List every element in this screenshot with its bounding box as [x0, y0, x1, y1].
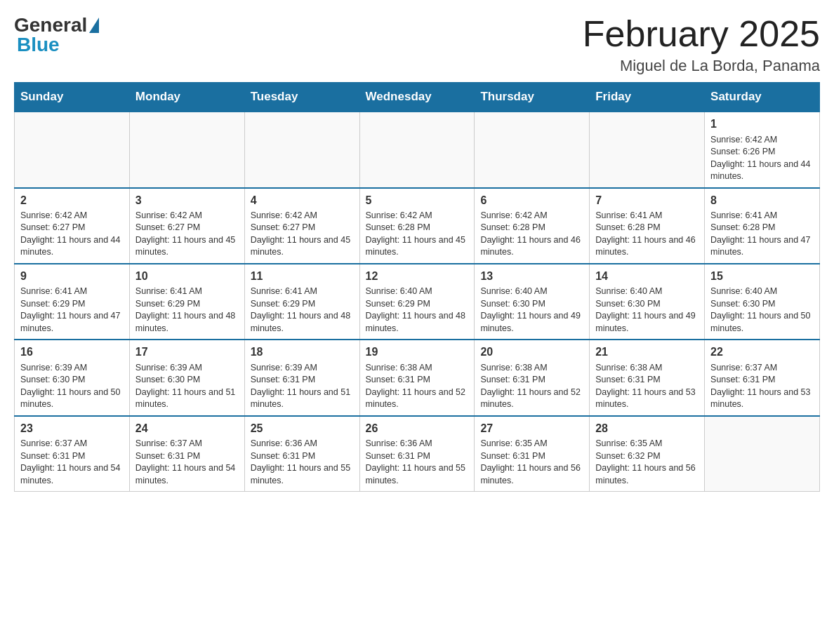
calendar-cell: 26Sunrise: 6:36 AMSunset: 6:31 PMDayligh…	[359, 416, 475, 492]
calendar-cell: 4Sunrise: 6:42 AMSunset: 6:27 PMDaylight…	[244, 188, 359, 264]
calendar-cell: 18Sunrise: 6:39 AMSunset: 6:31 PMDayligh…	[244, 340, 359, 415]
day-info: Sunrise: 6:39 AMSunset: 6:31 PMDaylight:…	[251, 362, 354, 411]
day-number: 21	[595, 344, 699, 360]
calendar-cell: 21Sunrise: 6:38 AMSunset: 6:31 PMDayligh…	[590, 340, 705, 415]
day-info: Sunrise: 6:41 AMSunset: 6:28 PMDaylight:…	[710, 210, 814, 259]
calendar-header-thursday: Thursday	[475, 83, 590, 112]
title-area: February 2025 Miguel de La Borda, Panama	[583, 14, 820, 75]
calendar-header-row: SundayMondayTuesdayWednesdayThursdayFrid…	[15, 83, 820, 112]
calendar-cell	[244, 112, 359, 187]
day-info: Sunrise: 6:39 AMSunset: 6:30 PMDaylight:…	[135, 362, 239, 411]
calendar-cell: 5Sunrise: 6:42 AMSunset: 6:28 PMDaylight…	[359, 188, 475, 264]
day-info: Sunrise: 6:36 AMSunset: 6:31 PMDaylight:…	[366, 438, 469, 487]
calendar-cell: 24Sunrise: 6:37 AMSunset: 6:31 PMDayligh…	[129, 416, 244, 492]
day-info: Sunrise: 6:42 AMSunset: 6:28 PMDaylight:…	[480, 210, 583, 259]
day-number: 24	[135, 421, 239, 436]
day-info: Sunrise: 6:42 AMSunset: 6:27 PMDaylight:…	[135, 210, 239, 259]
day-number: 14	[595, 269, 699, 284]
calendar-cell: 12Sunrise: 6:40 AMSunset: 6:29 PMDayligh…	[359, 264, 475, 340]
calendar-cell: 23Sunrise: 6:37 AMSunset: 6:31 PMDayligh…	[15, 416, 130, 492]
calendar-header-sunday: Sunday	[15, 83, 130, 112]
calendar-cell	[475, 112, 590, 187]
calendar-cell: 25Sunrise: 6:36 AMSunset: 6:31 PMDayligh…	[244, 416, 359, 492]
day-number: 1	[710, 116, 814, 132]
day-number: 26	[366, 421, 469, 436]
day-number: 28	[595, 421, 699, 436]
day-info: Sunrise: 6:37 AMSunset: 6:31 PMDaylight:…	[710, 362, 814, 411]
day-info: Sunrise: 6:40 AMSunset: 6:30 PMDaylight:…	[480, 286, 583, 335]
calendar-cell: 7Sunrise: 6:41 AMSunset: 6:28 PMDaylight…	[590, 188, 705, 264]
logo-blue: Blue	[17, 34, 60, 56]
day-number: 2	[20, 193, 124, 208]
calendar-cell	[705, 416, 820, 492]
month-title: February 2025	[583, 14, 820, 54]
day-info: Sunrise: 6:36 AMSunset: 6:31 PMDaylight:…	[251, 438, 354, 487]
day-info: Sunrise: 6:37 AMSunset: 6:31 PMDaylight:…	[135, 438, 239, 487]
calendar-cell: 3Sunrise: 6:42 AMSunset: 6:27 PMDaylight…	[129, 188, 244, 264]
day-info: Sunrise: 6:39 AMSunset: 6:30 PMDaylight:…	[20, 362, 124, 411]
calendar-cell: 14Sunrise: 6:40 AMSunset: 6:30 PMDayligh…	[590, 264, 705, 340]
day-number: 20	[480, 344, 583, 360]
calendar-header-saturday: Saturday	[705, 83, 820, 112]
day-info: Sunrise: 6:40 AMSunset: 6:30 PMDaylight:…	[710, 286, 814, 335]
day-info: Sunrise: 6:35 AMSunset: 6:32 PMDaylight:…	[595, 438, 699, 487]
calendar-cell: 19Sunrise: 6:38 AMSunset: 6:31 PMDayligh…	[359, 340, 475, 415]
calendar-cell: 16Sunrise: 6:39 AMSunset: 6:30 PMDayligh…	[15, 340, 130, 415]
calendar-cell: 9Sunrise: 6:41 AMSunset: 6:29 PMDaylight…	[15, 264, 130, 340]
day-number: 25	[251, 421, 354, 436]
calendar-cell: 11Sunrise: 6:41 AMSunset: 6:29 PMDayligh…	[244, 264, 359, 340]
day-number: 4	[251, 193, 354, 208]
day-number: 12	[366, 269, 469, 284]
day-number: 7	[595, 193, 699, 208]
day-number: 18	[251, 344, 354, 360]
day-number: 17	[135, 344, 239, 360]
calendar-cell: 13Sunrise: 6:40 AMSunset: 6:30 PMDayligh…	[475, 264, 590, 340]
day-number: 6	[480, 193, 583, 208]
calendar-cell: 10Sunrise: 6:41 AMSunset: 6:29 PMDayligh…	[129, 264, 244, 340]
day-number: 11	[251, 269, 354, 284]
calendar-table: SundayMondayTuesdayWednesdayThursdayFrid…	[14, 82, 820, 492]
day-number: 10	[135, 269, 239, 284]
day-number: 9	[20, 269, 124, 284]
day-info: Sunrise: 6:37 AMSunset: 6:31 PMDaylight:…	[20, 438, 124, 487]
day-info: Sunrise: 6:42 AMSunset: 6:27 PMDaylight:…	[251, 210, 354, 259]
calendar-cell: 22Sunrise: 6:37 AMSunset: 6:31 PMDayligh…	[705, 340, 820, 415]
day-info: Sunrise: 6:40 AMSunset: 6:29 PMDaylight:…	[366, 286, 469, 335]
calendar-week-row: 9Sunrise: 6:41 AMSunset: 6:29 PMDaylight…	[15, 264, 820, 340]
calendar-header-monday: Monday	[129, 83, 244, 112]
day-info: Sunrise: 6:38 AMSunset: 6:31 PMDaylight:…	[480, 362, 583, 411]
day-number: 8	[710, 193, 814, 208]
calendar-header-wednesday: Wednesday	[359, 83, 475, 112]
calendar-cell: 2Sunrise: 6:42 AMSunset: 6:27 PMDaylight…	[15, 188, 130, 264]
calendar-week-row: 23Sunrise: 6:37 AMSunset: 6:31 PMDayligh…	[15, 416, 820, 492]
location-title: Miguel de La Borda, Panama	[583, 57, 820, 75]
day-info: Sunrise: 6:40 AMSunset: 6:30 PMDaylight:…	[595, 286, 699, 335]
day-number: 23	[20, 421, 124, 436]
calendar-week-row: 1Sunrise: 6:42 AMSunset: 6:26 PMDaylight…	[15, 112, 820, 187]
day-number: 13	[480, 269, 583, 284]
day-info: Sunrise: 6:38 AMSunset: 6:31 PMDaylight:…	[366, 362, 469, 411]
day-info: Sunrise: 6:41 AMSunset: 6:29 PMDaylight:…	[135, 286, 239, 335]
day-info: Sunrise: 6:35 AMSunset: 6:31 PMDaylight:…	[480, 438, 583, 487]
day-number: 15	[710, 269, 814, 284]
calendar-cell: 1Sunrise: 6:42 AMSunset: 6:26 PMDaylight…	[705, 112, 820, 187]
calendar-cell: 15Sunrise: 6:40 AMSunset: 6:30 PMDayligh…	[705, 264, 820, 340]
calendar-cell: 8Sunrise: 6:41 AMSunset: 6:28 PMDaylight…	[705, 188, 820, 264]
day-info: Sunrise: 6:42 AMSunset: 6:28 PMDaylight:…	[366, 210, 469, 259]
day-number: 27	[480, 421, 583, 436]
calendar-cell: 28Sunrise: 6:35 AMSunset: 6:32 PMDayligh…	[590, 416, 705, 492]
page-header: General Blue February 2025 Miguel de La …	[14, 14, 820, 75]
calendar-header-tuesday: Tuesday	[244, 83, 359, 112]
logo: General Blue	[14, 14, 101, 56]
day-info: Sunrise: 6:38 AMSunset: 6:31 PMDaylight:…	[595, 362, 699, 411]
calendar-week-row: 2Sunrise: 6:42 AMSunset: 6:27 PMDaylight…	[15, 188, 820, 264]
logo-triangle-icon	[89, 18, 99, 33]
calendar-cell: 6Sunrise: 6:42 AMSunset: 6:28 PMDaylight…	[475, 188, 590, 264]
day-number: 5	[366, 193, 469, 208]
day-info: Sunrise: 6:42 AMSunset: 6:27 PMDaylight:…	[20, 210, 124, 259]
calendar-cell	[359, 112, 475, 187]
calendar-cell	[129, 112, 244, 187]
calendar-cell: 20Sunrise: 6:38 AMSunset: 6:31 PMDayligh…	[475, 340, 590, 415]
calendar-header-friday: Friday	[590, 83, 705, 112]
day-info: Sunrise: 6:42 AMSunset: 6:26 PMDaylight:…	[710, 134, 814, 183]
